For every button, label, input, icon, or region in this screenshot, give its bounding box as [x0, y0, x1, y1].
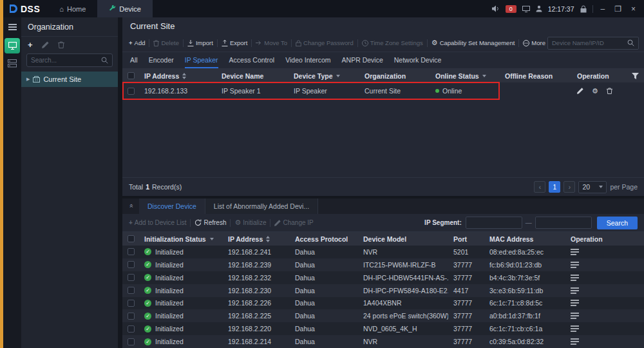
delete-icon[interactable]: [607, 88, 612, 94]
tab-discover-device[interactable]: Discover Device: [139, 198, 205, 214]
details-icon[interactable]: [571, 338, 579, 345]
tab-anpr-device[interactable]: ANPR Device: [342, 52, 383, 68]
select-all-checkbox[interactable]: [128, 235, 135, 242]
discover-table-row[interactable]: ✓ Initialized 192.168.2.232 Dahua DH-IPC…: [122, 271, 644, 284]
device-table-row[interactable]: 192.168.2.133 IP Speaker 1 IP Speaker Cu…: [122, 82, 644, 99]
device-ip: 192.168.2.226: [223, 299, 290, 307]
more-button[interactable]: More: [523, 39, 545, 46]
details-icon[interactable]: [571, 287, 579, 294]
tab-access-control[interactable]: Access Control: [229, 52, 275, 68]
close-button[interactable]: ×: [629, 5, 638, 14]
time-zone-settings-button[interactable]: Time Zone Settings: [362, 39, 423, 46]
search-icon[interactable]: [627, 39, 634, 46]
org-search-input[interactable]: [31, 57, 101, 64]
tab-encoder[interactable]: Encoder: [149, 52, 174, 68]
speaker-icon[interactable]: [492, 5, 500, 12]
row-checkbox[interactable]: [128, 338, 135, 345]
change-ip-button[interactable]: Change IP: [274, 219, 313, 226]
device-ip: 192.168.2.220: [223, 325, 290, 333]
device-ip: 192.168.2.230: [223, 287, 290, 295]
discover-table-row[interactable]: ✓ Initialized 192.168.2.220 Dahua NVD_06…: [122, 322, 644, 335]
discover-table-row[interactable]: ✓ Initialized 192.168.2.230 Dahua DH-IPC…: [122, 284, 644, 297]
collapse-panel-icon[interactable]: »: [122, 198, 139, 214]
nav-tab-home[interactable]: ⌂ Home: [48, 0, 97, 17]
details-icon[interactable]: [571, 313, 579, 319]
delete-org-icon[interactable]: [58, 41, 64, 48]
organization-actions: +: [21, 37, 118, 50]
restore-button[interactable]: ❐: [612, 5, 623, 14]
search-icon[interactable]: [101, 57, 108, 64]
edit-org-icon[interactable]: [42, 41, 49, 48]
brand-name: DSS: [21, 4, 40, 14]
tree-item-current-site[interactable]: ▶ Current Site: [21, 72, 118, 87]
row-checkbox[interactable]: [128, 274, 135, 281]
filter-funnel-icon[interactable]: [632, 73, 639, 79]
add-button[interactable]: + Add: [129, 39, 145, 46]
row-checkbox[interactable]: [128, 248, 135, 255]
ip-segment-end-input[interactable]: [535, 217, 592, 229]
lock-icon[interactable]: [580, 5, 587, 13]
add-org-icon[interactable]: +: [28, 42, 33, 48]
device-model: NVD_0605_4K_H: [358, 325, 448, 333]
initialized-check-icon: ✓: [144, 313, 151, 320]
filter-dropdown-icon[interactable]: [482, 75, 486, 77]
config-icon[interactable]: ⚙: [592, 88, 598, 95]
filter-dropdown-icon[interactable]: [210, 238, 214, 240]
details-icon[interactable]: [571, 275, 579, 281]
prev-page-button[interactable]: ‹: [534, 181, 545, 193]
import-button[interactable]: Import: [187, 39, 213, 46]
tab-all[interactable]: All: [130, 52, 138, 68]
details-icon[interactable]: [571, 325, 579, 332]
delete-button[interactable]: Delete: [153, 39, 178, 46]
tab-video-intercom[interactable]: Video Intercom: [285, 52, 330, 68]
discover-table-row[interactable]: ✓ Initialized 192.168.2.225 Dahua 24 por…: [122, 309, 644, 322]
device-module-tile[interactable]: [5, 38, 20, 53]
row-checkbox[interactable]: [128, 325, 135, 333]
device-search-input[interactable]: [552, 39, 627, 46]
details-icon[interactable]: [571, 249, 579, 255]
row-checkbox[interactable]: [128, 88, 135, 95]
tab-network-device[interactable]: Network Device: [394, 52, 442, 68]
server-module-icon[interactable]: [8, 59, 17, 68]
nav-tab-device[interactable]: Device: [97, 0, 153, 17]
user-icon[interactable]: [536, 5, 542, 12]
refresh-button[interactable]: Refresh: [194, 219, 226, 226]
monitor-icon[interactable]: [522, 6, 530, 12]
row-checkbox[interactable]: [128, 287, 135, 294]
page-size-select[interactable]: 20: [578, 181, 607, 193]
password-lock-icon: [296, 40, 301, 46]
menu-icon[interactable]: [6, 22, 19, 32]
discover-table-row[interactable]: ✓ Initialized 192.168.2.226 Dahua 1A404X…: [122, 297, 644, 310]
sort-icon[interactable]: [266, 236, 270, 242]
ip-segment-start-input[interactable]: [466, 217, 522, 229]
change-password-button[interactable]: Change Password: [296, 39, 354, 46]
tab-ip-speaker[interactable]: IP Speaker: [185, 52, 218, 68]
initialize-icon: ⚙: [234, 219, 241, 226]
segment-search-button[interactable]: Search: [597, 217, 638, 229]
discover-table-row[interactable]: ✓ Initialized 192.168.2.239 Dahua ITC215…: [122, 258, 644, 271]
tab-abnormally-added[interactable]: List of Abnormally Added Devi...: [205, 198, 318, 214]
edit-icon[interactable]: [577, 88, 583, 94]
pagination-controls: ‹ 1 › 20 per Page: [534, 181, 638, 193]
move-to-button[interactable]: Move To: [256, 39, 287, 46]
row-checkbox[interactable]: [128, 261, 135, 268]
discover-table-row[interactable]: ✓ Initialized 192.168.2.214 Dahua NVR 37…: [122, 335, 644, 348]
select-all-checkbox[interactable]: [128, 72, 135, 79]
current-page-button[interactable]: 1: [549, 181, 560, 193]
filter-dropdown-icon[interactable]: [336, 75, 340, 77]
tree-expand-icon[interactable]: ▶: [26, 77, 30, 82]
row-checkbox[interactable]: [128, 313, 135, 320]
capability-set-button[interactable]: ⚙ Capability Set Management: [431, 39, 515, 46]
alarm-count-badge[interactable]: 0: [506, 5, 516, 13]
next-page-button[interactable]: ›: [564, 181, 575, 193]
sort-icon[interactable]: [182, 73, 186, 79]
details-icon[interactable]: [571, 262, 579, 268]
details-icon[interactable]: [571, 300, 579, 306]
initialize-button[interactable]: ⚙ Initialize: [234, 219, 266, 226]
add-to-device-list-button[interactable]: + Add to Device List: [129, 219, 186, 226]
minimize-button[interactable]: –: [599, 5, 607, 14]
discover-table-row[interactable]: ✓ Initialized 192.168.2.241 Dahua NVR 52…: [122, 246, 644, 258]
row-checkbox[interactable]: [128, 300, 135, 307]
initialization-status: Initialized: [155, 274, 184, 282]
export-button[interactable]: Export: [222, 39, 247, 46]
